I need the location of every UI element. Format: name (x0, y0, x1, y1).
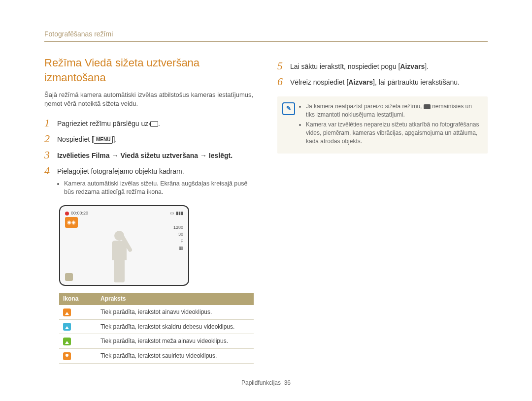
step-number: 6 (277, 76, 290, 87)
scene-mode-badge: ◉◉ (65, 217, 78, 228)
note-1: Ja kamera neatpazīst pareizo sižeta režī… (306, 102, 481, 119)
info-note: ✎ Ja kamera neatpazīst pareizo sižeta re… (277, 96, 488, 154)
battery-icon: ▭ ▮▮▮ (170, 210, 183, 216)
note-1-a: Ja kamera neatpazīst pareizo sižeta režī… (306, 103, 424, 110)
th-icon: Ikona (59, 293, 97, 305)
page-footer: Papildfunkcijas 36 (0, 379, 532, 387)
step-6-c: ], lai pārtrauktu ierakstīšanu. (373, 78, 460, 86)
footer-label: Papildfunkcijas (241, 379, 281, 386)
scene-icons-table: Ikona Apraksts Tiek parādīta, ierakstot … (59, 293, 254, 364)
left-column: Režīma Viedā sižeta uztveršana izmantoša… (44, 56, 255, 364)
step-2: 2 Nospiediet [MENU]. (44, 133, 255, 145)
row-1-desc: Tiek parādīta, ierakstot skaidru debesu … (97, 319, 254, 334)
camera-preview: 00:00:20 ▭ ▮▮▮ ◉◉ 128030F▦ (59, 205, 189, 286)
page-title: Režīma Viedā sižeta uztveršana izmantoša… (44, 56, 255, 86)
step-5-c: ]. (425, 62, 429, 70)
step-2-text-a: Nospiediet [ (57, 135, 94, 143)
table-row: Tiek parādīta, ierakstot skaidru debesu … (59, 319, 254, 334)
step-number: 1 (44, 118, 57, 128)
table-row: Tiek parādīta, ierakstot meža ainavu vid… (59, 334, 254, 349)
menu-button-label: MENU (94, 136, 113, 144)
record-dot-icon (65, 212, 69, 216)
step-6: 6 Vēlreiz nospiediet [Aizvars], lai pārt… (277, 76, 488, 88)
step-5: 5 Lai sāktu ierakstīt, nospiediet pogu [… (277, 61, 488, 72)
row-3-desc: Tiek parādīta, ierakstot saulrietu video… (97, 349, 254, 364)
info-icon: ✎ (282, 102, 295, 115)
step-6-a: Vēlreiz nospiediet [ (290, 78, 348, 86)
step-3: 3 Izvēlieties Filma → Viedā sižetu uztve… (44, 150, 255, 161)
step-number: 3 (44, 150, 57, 160)
sky-icon (63, 323, 71, 331)
step-5-b: Aizvars (400, 62, 425, 70)
sunset-icon (63, 352, 71, 360)
preview-right-indicators: 128030F▦ (173, 224, 183, 251)
row-0-desc: Tiek parādīta, ierakstot ainavu videokli… (97, 305, 254, 319)
note-2: Kamera var izvēlēties nepareizu sižetu a… (306, 121, 481, 145)
right-column: 5 Lai sāktu ierakstīt, nospiediet pogu [… (277, 56, 488, 364)
step-1-text: Pagrieziet režīmu pārslēgu uz (57, 120, 150, 127)
preview-timer: 00:00:20 (71, 211, 88, 216)
step-number: 5 (277, 61, 290, 71)
landscape-icon (63, 308, 71, 316)
intro-text: Šajā režīmā kamera automātiski izvēlas a… (44, 91, 255, 108)
step-5-a: Lai sāktu ierakstīt, nospiediet pogu [ (290, 62, 400, 70)
table-row: Tiek parādīta, ierakstot ainavu videokli… (59, 305, 254, 319)
subject-silhouette (104, 231, 134, 285)
step-2-text-b: ]. (113, 135, 117, 143)
step-6-b: Aizvars (348, 78, 373, 86)
footer-page: 36 (284, 379, 291, 386)
step-1: 1 Pagrieziet režīmu pārslēgu uz . (44, 118, 255, 129)
step-4-bullet: Kamera automātiski izvēlas sižetu. Ekrān… (64, 180, 255, 197)
smart-mode-icon (424, 104, 431, 109)
row-2-desc: Tiek parādīta, ierakstot meža ainavu vid… (97, 334, 254, 349)
step-4: 4 Pielāgojiet fotografējamo objektu kadr… (44, 165, 255, 198)
step-3-text: Izvēlieties Filma → Viedā sižetu uztverš… (57, 152, 233, 159)
step-4-text: Pielāgojiet fotografējamo objektu kadram… (57, 167, 184, 175)
stabilization-icon (65, 273, 73, 281)
forest-icon (63, 338, 71, 345)
th-desc: Apraksts (97, 293, 254, 305)
video-mode-icon (150, 121, 158, 127)
table-row: Tiek parādīta, ierakstot saulrietu video… (59, 349, 254, 364)
breadcrumb: Fotografēšanas režīmi (44, 30, 488, 42)
step-number: 4 (44, 165, 57, 176)
step-number: 2 (44, 133, 57, 144)
